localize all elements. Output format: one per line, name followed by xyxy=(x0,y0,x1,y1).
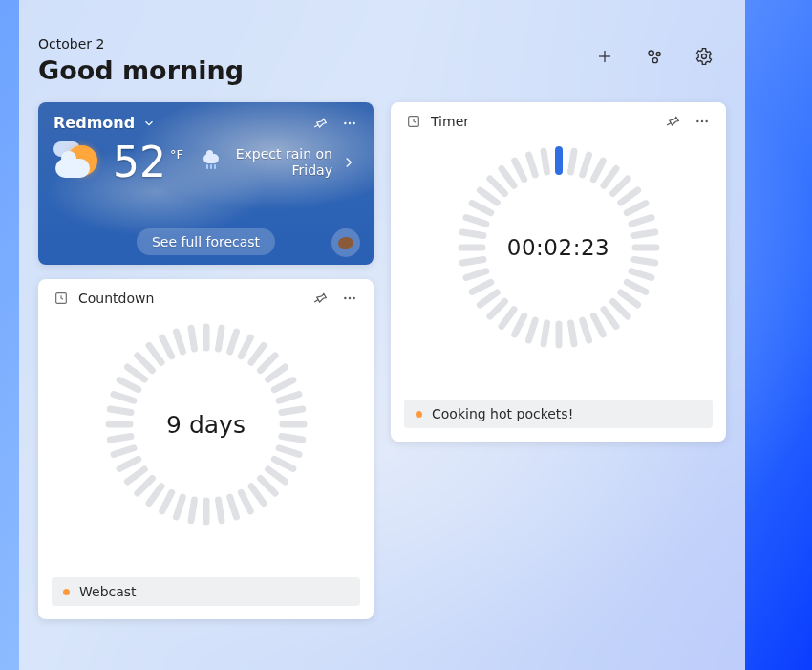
countdown-ring: 9 days xyxy=(38,312,374,537)
timer-status-chip[interactable]: Cooking hot pockets! xyxy=(404,400,713,428)
svg-point-2 xyxy=(649,51,653,55)
widgets-panel: October 2 Good morning Redmond xyxy=(19,0,745,670)
ellipsis-icon xyxy=(341,291,358,306)
svg-point-8 xyxy=(353,121,354,123)
weather-forecast-strip[interactable]: Expect rain on Friday xyxy=(203,146,364,180)
timer-card-actions xyxy=(665,114,711,129)
status-dot-icon xyxy=(63,589,70,595)
weather-temp-value: 52 xyxy=(113,141,166,184)
svg-point-55 xyxy=(701,120,703,122)
svg-point-10 xyxy=(344,297,346,299)
rain-icon xyxy=(203,154,220,171)
timer-title-row: Timer xyxy=(406,114,469,129)
countdown-widget[interactable]: Countdown 9 day xyxy=(38,279,374,619)
weather-header: Redmond xyxy=(38,102,374,132)
svg-point-7 xyxy=(349,121,351,123)
widgets-col-left: Redmond xyxy=(38,102,374,619)
weather-condition-icon xyxy=(53,136,107,189)
countdown-card-actions xyxy=(312,291,358,306)
see-full-forecast-link[interactable]: See full forecast xyxy=(137,228,275,255)
countdown-more-button[interactable] xyxy=(341,291,358,306)
timer-widget[interactable]: Timer 00:02:23 xyxy=(391,102,726,442)
planet-icon xyxy=(337,236,353,249)
widgets-col-right: Timer 00:02:23 xyxy=(391,102,726,442)
pin-icon xyxy=(312,116,328,131)
weather-temperature: 52 °F xyxy=(113,141,183,184)
pin-icon xyxy=(665,114,680,129)
weather-location-selector[interactable]: Redmond xyxy=(53,114,156,132)
weather-temp-unit: °F xyxy=(170,147,183,162)
timer-ring: 00:02:23 xyxy=(391,135,726,360)
weather-body: 52 °F Expect rain on Friday xyxy=(38,132,374,189)
svg-point-3 xyxy=(656,53,660,56)
countdown-center: 9 days xyxy=(94,312,319,537)
weather-more-button[interactable] xyxy=(341,116,358,131)
countdown-title-row: Countdown xyxy=(53,291,154,306)
timer-header: Timer xyxy=(391,102,726,129)
clock-app-icon xyxy=(406,114,421,129)
svg-point-4 xyxy=(652,58,657,63)
countdown-header: Countdown xyxy=(38,279,374,306)
countdown-status-chip[interactable]: Webcast xyxy=(52,577,360,606)
interests-icon xyxy=(645,47,664,66)
gear-icon xyxy=(694,47,714,66)
status-dot-icon xyxy=(416,411,422,418)
header-date: October 2 xyxy=(38,36,244,52)
header-greeting: Good morning xyxy=(38,55,244,85)
timer-status-label: Cooking hot pockets! xyxy=(432,406,573,421)
weather-pin-button[interactable] xyxy=(312,116,328,131)
countdown-status-label: Webcast xyxy=(79,584,137,599)
timer-value: 00:02:23 xyxy=(507,235,609,260)
timer-more-button[interactable] xyxy=(694,114,711,129)
svg-point-5 xyxy=(702,54,707,59)
svg-point-11 xyxy=(349,297,351,299)
timer-center: 00:02:23 xyxy=(446,135,672,360)
pin-icon xyxy=(312,291,328,306)
countdown-pin-button[interactable] xyxy=(312,291,328,306)
header-text-block: October 2 Good morning xyxy=(38,36,244,85)
ellipsis-icon xyxy=(341,116,358,131)
weather-extra-button[interactable] xyxy=(331,228,360,257)
svg-point-6 xyxy=(344,121,346,123)
weather-location-name: Redmond xyxy=(53,114,135,132)
manage-interests-button[interactable] xyxy=(642,44,667,69)
add-widget-button[interactable] xyxy=(592,44,617,69)
widgets-header: October 2 Good morning xyxy=(38,36,726,85)
header-actions xyxy=(592,44,716,69)
widgets-grid: Redmond xyxy=(38,102,726,619)
chevron-right-icon xyxy=(340,154,357,171)
widgets-settings-button[interactable] xyxy=(692,44,716,69)
weather-footer: See full forecast xyxy=(38,228,374,255)
countdown-value: 9 days xyxy=(166,411,246,439)
timer-pin-button[interactable] xyxy=(665,114,680,129)
timer-title: Timer xyxy=(431,114,469,129)
plus-icon xyxy=(596,48,613,65)
svg-point-54 xyxy=(696,120,698,122)
weather-card-actions xyxy=(312,116,358,131)
svg-point-56 xyxy=(705,120,707,122)
countdown-title: Countdown xyxy=(78,291,154,306)
chevron-down-icon xyxy=(142,117,156,130)
forecast-next-button[interactable] xyxy=(340,154,357,171)
svg-point-12 xyxy=(353,297,354,299)
weather-widget[interactable]: Redmond xyxy=(38,102,374,265)
ellipsis-icon xyxy=(694,114,711,129)
weather-forecast-text: Expect rain on Friday xyxy=(227,146,332,180)
clock-app-icon xyxy=(53,291,69,306)
